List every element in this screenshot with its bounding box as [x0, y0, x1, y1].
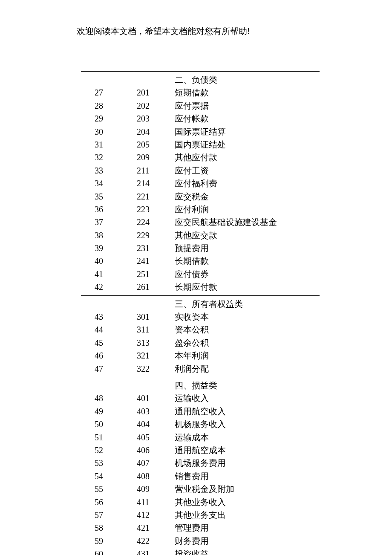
code-cell: 2012022032042052092112142212232242292312… — [134, 72, 171, 296]
seq-value: 34 — [95, 177, 134, 190]
code-value: 203 — [137, 112, 171, 125]
code-value: 261 — [137, 280, 171, 293]
name-value: 应付福利费 — [175, 177, 320, 190]
name-value: 通用航空收入 — [175, 405, 320, 418]
name-value: 营业税金及附加 — [175, 483, 320, 495]
seq-value: 44 — [95, 323, 134, 336]
code-value: 321 — [137, 349, 171, 362]
name-value: 财务费用 — [175, 535, 320, 547]
seq-value: 60 — [95, 547, 134, 555]
name-value: 其他业务支出 — [175, 509, 320, 521]
seq-cell: 484950515253545556575859606162 — [81, 377, 134, 555]
name-value: 本年利润 — [175, 349, 320, 362]
code-value: 322 — [137, 362, 171, 375]
seq-value: 27 — [95, 86, 134, 99]
code-cell: 4014034044054064074084094114124214224314… — [134, 377, 171, 555]
name-value: 应付帐款 — [175, 112, 320, 125]
code-value: 405 — [137, 431, 171, 444]
code-value: 421 — [137, 521, 171, 534]
code-value: 224 — [137, 216, 171, 228]
code-value: 404 — [137, 418, 171, 431]
name-value: 机场服务费用 — [175, 457, 320, 469]
seq-value: 40 — [95, 254, 134, 267]
code-value: 301 — [137, 310, 171, 323]
seq-value: 37 — [95, 216, 134, 228]
seq-value: 52 — [95, 444, 134, 457]
seq-value: 43 — [95, 310, 134, 323]
document-page: 欢迎阅读本文档，希望本文档能对您有所帮助! 272829303132333435… — [0, 0, 392, 555]
name-value: 预提费用 — [175, 242, 320, 254]
code-value: 409 — [137, 483, 171, 495]
seq-value: 59 — [95, 535, 134, 547]
name-value: 运输成本 — [175, 431, 320, 444]
seq-value: 50 — [95, 418, 134, 431]
name-cell: 三、所有者权益类实收资本资本公积盈余公积本年利润利润分配 — [171, 295, 320, 377]
name-value: 资本公积 — [175, 323, 320, 336]
code-value: 411 — [137, 496, 171, 509]
code-value: 231 — [137, 242, 171, 254]
seq-cell: 27282930313233343536373839404142 — [81, 72, 134, 296]
seq-value: 42 — [95, 280, 134, 293]
name-value: 销售费用 — [175, 470, 320, 483]
seq-value: 57 — [95, 509, 134, 521]
code-value: 401 — [137, 392, 171, 405]
code-value: 412 — [137, 509, 171, 521]
code-value: 241 — [137, 254, 171, 267]
name-value: 应交民航基础设施建设基金 — [175, 216, 320, 228]
code-value: 313 — [137, 336, 171, 349]
seq-value: 45 — [95, 336, 134, 349]
code-value: 311 — [137, 323, 171, 336]
name-value: 运输收入 — [175, 392, 320, 405]
seq-cell: 4344454647 — [81, 295, 134, 377]
seq-value: 36 — [95, 203, 134, 216]
code-value: 403 — [137, 405, 171, 418]
seq-value: 29 — [95, 112, 134, 125]
name-value: 其他业务收入 — [175, 496, 320, 509]
code-value: 407 — [137, 457, 171, 469]
accounts-table: 27282930313233343536373839404142 2012022… — [81, 71, 320, 555]
seq-value: 35 — [95, 190, 134, 203]
seq-value: 49 — [95, 405, 134, 418]
name-value: 投资收益 — [175, 547, 320, 555]
section-header: 二、负债类 — [175, 73, 320, 86]
table-row: 27282930313233343536373839404142 2012022… — [81, 72, 320, 296]
code-value: 205 — [137, 138, 171, 151]
section-header: 四、损益类 — [175, 379, 320, 392]
seq-value: 33 — [95, 164, 134, 177]
code-cell: 301311313321322 — [134, 295, 171, 377]
name-cell: 四、损益类运输收入通用航空收入机杨服务收入运输成本通用航空成本机场服务费用销售费… — [171, 377, 320, 555]
name-value: 国内票证结处 — [175, 138, 320, 151]
name-value: 实收资本 — [175, 310, 320, 323]
seq-value: 55 — [95, 483, 134, 495]
name-value: 应付债券 — [175, 268, 320, 280]
seq-value: 39 — [95, 242, 134, 254]
table-row: 484950515253545556575859606162 401403404… — [81, 377, 320, 555]
seq-value: 32 — [95, 151, 134, 164]
code-value: 201 — [137, 86, 171, 99]
page-header: 欢迎阅读本文档，希望本文档能对您有所帮助! — [77, 26, 392, 37]
seq-value: 58 — [95, 521, 134, 534]
code-value: 223 — [137, 203, 171, 216]
name-value: 应付工资 — [175, 164, 320, 177]
table-row: 4344454647 301311313321322三、所有者权益类实收资本资本… — [81, 295, 320, 377]
code-value: 204 — [137, 125, 171, 138]
name-value: 利润分配 — [175, 362, 320, 375]
code-value: 251 — [137, 268, 171, 280]
code-value: 229 — [137, 229, 171, 242]
code-value: 214 — [137, 177, 171, 190]
seq-value: 46 — [95, 349, 134, 362]
seq-value: 41 — [95, 268, 134, 280]
code-value: 406 — [137, 444, 171, 457]
name-value: 应付利润 — [175, 203, 320, 216]
section-header: 三、所有者权益类 — [175, 298, 320, 310]
name-value: 其他应交款 — [175, 229, 320, 242]
name-value: 其他应付款 — [175, 151, 320, 164]
name-value: 国际票证结算 — [175, 125, 320, 138]
name-value: 通用航空成本 — [175, 444, 320, 457]
seq-value: 28 — [95, 99, 134, 112]
name-value: 应交税金 — [175, 190, 320, 203]
name-value: 盈余公积 — [175, 336, 320, 349]
seq-value: 31 — [95, 138, 134, 151]
name-value: 应付票据 — [175, 99, 320, 112]
code-value: 211 — [137, 164, 171, 177]
